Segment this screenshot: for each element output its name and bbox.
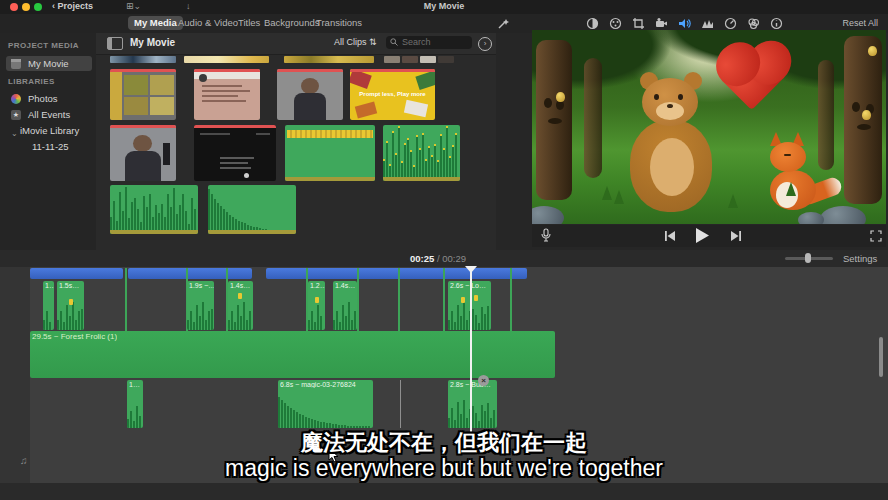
- filmstrip-segment[interactable]: [420, 56, 436, 63]
- playback-controls-bar: [532, 225, 886, 247]
- clip-boundary-tick: [357, 268, 359, 332]
- all-events-icon: ★: [11, 110, 21, 120]
- clip-appearance-icon[interactable]: ›: [478, 37, 492, 51]
- clip-boundary-tick: [398, 268, 400, 332]
- tree-trunk: [536, 40, 572, 200]
- music-track-clip[interactable]: 29.5s ~ Forest Frolic (1): [30, 331, 555, 378]
- timecode-display: 00:25 / 00:29: [410, 253, 466, 264]
- timeline-settings-button[interactable]: Settings: [843, 253, 877, 264]
- playhead-handle[interactable]: [465, 266, 477, 273]
- sound-effect-clip[interactable]: 1…: [127, 380, 143, 428]
- filmstrip-segment[interactable]: [184, 56, 269, 63]
- clip-boundary-tick: [443, 268, 445, 332]
- color-correction-icon[interactable]: [609, 17, 622, 30]
- rock: [532, 206, 564, 224]
- sidebar-item-photos[interactable]: Photos: [6, 91, 92, 106]
- audio-clip[interactable]: 1.5s…: [57, 281, 84, 330]
- filmstrip-segment[interactable]: [284, 56, 374, 63]
- window-title: My Movie: [0, 1, 888, 11]
- stabilization-camera-icon[interactable]: [655, 17, 668, 30]
- toggle-sidebar-icon[interactable]: [107, 37, 123, 50]
- sound-effect-clip[interactable]: 2.8s ~ Bub…: [448, 380, 497, 428]
- voiceover-mic-icon[interactable]: [540, 228, 552, 242]
- clip-thumbnail-presenter[interactable]: [110, 125, 176, 181]
- subtitle-english: magic is everywhere but but we're togeth…: [0, 455, 888, 482]
- fullscreen-icon[interactable]: [870, 230, 882, 242]
- tab-transitions[interactable]: Transitions: [310, 16, 368, 30]
- clip-thumbnail-notes-card[interactable]: [194, 69, 260, 120]
- timeline-scrollbar[interactable]: [879, 337, 883, 377]
- heart-graphic: [722, 48, 784, 110]
- all-clips-dropdown[interactable]: All Clips ⇅: [334, 37, 377, 47]
- filters-effects-icon[interactable]: [747, 17, 760, 30]
- libraries-header: LIBRARIES: [8, 77, 55, 86]
- clip-info-icon[interactable]: [770, 17, 783, 30]
- playhead[interactable]: [470, 266, 472, 438]
- audio-clip[interactable]: 1.4s…: [333, 281, 357, 330]
- noise-equalizer-icon[interactable]: [701, 17, 714, 30]
- clip-thumbnail-screen-recording[interactable]: [194, 125, 276, 181]
- clip-boundary-tick: [510, 268, 512, 332]
- bell-decoration: [556, 92, 565, 102]
- audio-clip-thumbnail[interactable]: [285, 125, 375, 181]
- libraries-sidebar: PROJECT MEDIA My Movie LIBRARIES Photos …: [0, 33, 97, 250]
- sidebar-item-all-events[interactable]: ★ All Events: [6, 107, 92, 122]
- skip-back-icon[interactable]: [664, 231, 676, 241]
- imovie-window: ‹ Projects ⊞⌄ ↓ My Movie My Media Audio …: [0, 0, 888, 500]
- video-preview[interactable]: [532, 30, 886, 224]
- sidebar-item-imovie-library[interactable]: ⌄ iMovie Library: [6, 123, 92, 138]
- viewer-panel: [496, 33, 888, 250]
- audio-clip[interactable]: 1.4s…: [228, 281, 253, 330]
- crop-icon[interactable]: [632, 17, 645, 30]
- remove-effect-badge[interactable]: ×: [478, 375, 489, 386]
- sound-effect-clip[interactable]: 6.8s ~ magic-03-276824: [278, 380, 373, 428]
- project-icon: [11, 59, 21, 69]
- color-balance-icon[interactable]: [586, 17, 599, 30]
- bell-decoration: [868, 46, 877, 56]
- audio-clip[interactable]: 1.9s ~…: [187, 281, 214, 330]
- play-icon[interactable]: [695, 228, 709, 243]
- media-browser: My Movie All Clips ⇅ Search ›: [96, 33, 496, 250]
- sidebar-item-my-movie[interactable]: My Movie: [6, 56, 92, 71]
- browser-header: My Movie All Clips ⇅ Search ›: [96, 33, 496, 55]
- audio-clip-thumbnail[interactable]: [110, 185, 198, 234]
- sidebar-item-event-date[interactable]: 11-11-25: [6, 139, 92, 154]
- audio-clip[interactable]: 1.2…: [308, 281, 325, 330]
- rock: [820, 206, 866, 224]
- timeline-toolbar: 00:25 / 00:29 Settings: [0, 250, 888, 268]
- clip-thumbnail-presenter[interactable]: [277, 69, 343, 120]
- search-input[interactable]: Search: [386, 36, 472, 49]
- subtitle-chinese: 魔法无处不在，但我们在一起: [0, 428, 888, 458]
- titlebar: ‹ Projects ⊞⌄ ↓ My Movie: [0, 0, 888, 15]
- filmstrip-segment[interactable]: [438, 56, 454, 63]
- browser-title: My Movie: [130, 37, 175, 48]
- filmstrip-segment[interactable]: [402, 56, 418, 63]
- audio-clip[interactable]: 1…: [43, 281, 54, 330]
- enhance-wand-icon[interactable]: [497, 17, 510, 30]
- timeline-zoom-slider-thumb[interactable]: [805, 253, 811, 263]
- reset-all-button[interactable]: Reset All: [842, 18, 878, 28]
- rock: [798, 212, 824, 224]
- clip-thumbnail-promo[interactable]: Prompt less, Play more: [350, 69, 435, 120]
- audio-clip-thumbnail[interactable]: [208, 185, 296, 234]
- audio-clip-thumbnail[interactable]: [383, 125, 460, 181]
- volume-icon[interactable]: [678, 17, 691, 30]
- video-clip-bar[interactable]: [30, 268, 123, 279]
- clip-thumbnail-grid-video[interactable]: [110, 69, 176, 120]
- tree-trunk: [584, 58, 602, 178]
- updown-arrows-icon: ⇅: [369, 37, 377, 47]
- speed-icon[interactable]: [724, 17, 737, 30]
- photos-pinwheel-icon: [11, 94, 21, 104]
- bell-decoration: [862, 110, 871, 120]
- filmstrip-segment[interactable]: [110, 56, 176, 63]
- tree-trunk: [844, 36, 882, 204]
- filmstrip-segment[interactable]: [384, 56, 400, 63]
- search-icon: [390, 38, 398, 46]
- skip-forward-icon[interactable]: [730, 231, 742, 241]
- project-media-header: PROJECT MEDIA: [8, 41, 79, 50]
- video-clip-bar[interactable]: [128, 268, 252, 279]
- clip-boundary-tick: [125, 268, 127, 332]
- clip-boundary-guide: [400, 380, 401, 428]
- tree-trunk: [818, 60, 834, 170]
